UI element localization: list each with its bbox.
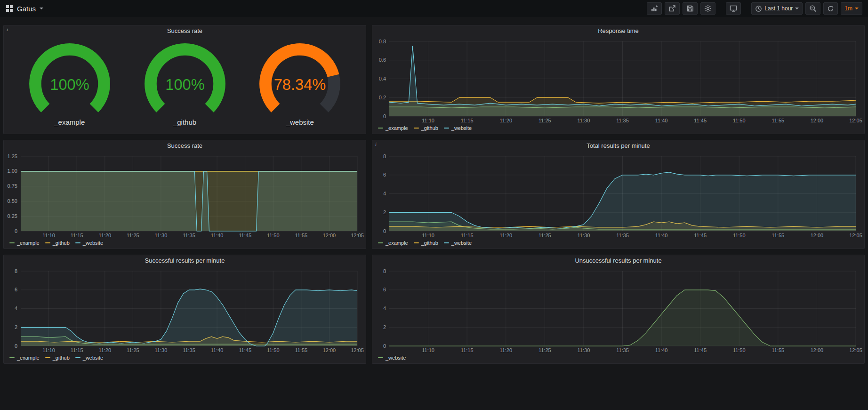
legend-item-_github[interactable]: _github [45, 355, 70, 361]
legend-series-color-icon [444, 242, 449, 243]
x-axis-tick-label: 11:25 [538, 118, 551, 123]
y-axis-tick-label: 0 [15, 343, 17, 349]
save-button[interactable] [683, 2, 698, 15]
panel-title[interactable]: Total results per minute [372, 140, 864, 152]
legend-series-label: _website [386, 355, 406, 361]
panel-body: 00.250.500.751.001.2511:1011:1511:2011:2… [4, 152, 366, 239]
x-axis-tick-label: 11:55 [295, 347, 307, 353]
x-axis-tick-label: 11:30 [578, 118, 590, 123]
save-icon [686, 5, 694, 12]
chevron-down-icon [40, 8, 43, 9]
refresh-interval-picker[interactable]: 1m [841, 2, 862, 15]
panel-legend: _example_github_website [372, 239, 864, 249]
legend-item-_website[interactable]: _website [378, 355, 406, 361]
legend-series-color-icon [9, 357, 15, 358]
chart-canvas[interactable]: 00.250.500.751.001.2511:1011:1511:2011:2… [4, 152, 366, 239]
series-area-_website [21, 289, 357, 346]
legend-item-_example[interactable]: _example [378, 125, 408, 131]
x-axis-tick-label: 11:25 [538, 233, 551, 238]
legend-item-_github[interactable]: _github [414, 240, 438, 246]
x-axis-tick-label: 11:25 [538, 347, 551, 353]
panel-title[interactable]: Success rate [4, 140, 366, 152]
panel-successful-results: Successful results per minute 0246811:10… [3, 255, 366, 364]
legend-series-label: _website [451, 125, 472, 131]
settings-button[interactable] [700, 2, 715, 15]
x-axis-tick-label: 11:15 [461, 233, 474, 238]
gauge-title: _website [286, 118, 314, 126]
zoom-out-button[interactable] [805, 2, 820, 15]
x-axis-tick-label: 11:15 [71, 347, 83, 353]
legend-series-label: _github [421, 240, 438, 246]
panel-info-icon[interactable]: i [4, 25, 11, 33]
y-axis-tick-label: 8 [383, 268, 386, 274]
legend-series-color-icon [414, 242, 419, 243]
x-axis-tick-label: 11:40 [211, 347, 224, 353]
legend-item-_example[interactable]: _example [9, 240, 40, 246]
x-axis-tick-label: 12:05 [351, 347, 364, 353]
gauge-title: _github [173, 118, 196, 126]
legend-item-_website[interactable]: _website [75, 355, 103, 361]
panel-info-icon[interactable]: i [372, 140, 379, 148]
series-area-_website [389, 172, 856, 231]
gauge-_website: 78.34%_website [247, 43, 353, 126]
x-axis-tick-label: 11:35 [616, 347, 629, 353]
legend-item-_example[interactable]: _example [378, 240, 408, 246]
chart-canvas[interactable]: 00.20.40.60.811:1011:1511:2011:2511:3011… [372, 37, 864, 124]
x-axis-tick-label: 11:30 [578, 347, 590, 353]
legend-item-_website[interactable]: _website [75, 240, 103, 246]
panel-title[interactable]: Unsuccessful results per minute [372, 255, 864, 266]
gauge-value: 100% [50, 76, 89, 93]
refresh-button[interactable] [823, 2, 838, 15]
legend-series-label: _example [17, 240, 40, 246]
chart-canvas[interactable]: 0246811:1011:1511:2011:2511:3011:3511:40… [372, 152, 864, 239]
legend-item-_example[interactable]: _example [9, 355, 40, 361]
gauge-title: _example [54, 118, 85, 126]
dashboards-grid-icon[interactable] [6, 5, 13, 12]
legend-series-label: _github [421, 125, 438, 131]
share-button[interactable] [665, 2, 680, 15]
gauge-arc: 78.34% [247, 43, 353, 117]
chart-canvas[interactable]: 0246811:1011:1511:2011:2511:3011:3511:40… [4, 266, 366, 354]
legend-item-_website[interactable]: _website [444, 240, 472, 246]
cycle-view-button[interactable] [726, 2, 741, 15]
bar-chart-plus-icon [651, 5, 658, 12]
time-range-picker[interactable]: Last 1 hour [751, 2, 803, 15]
panel-success-rate-gauges: Success rate 100%_example100%_github78.3… [3, 25, 366, 134]
dashboard-title[interactable]: Gatus [17, 5, 36, 13]
x-axis-tick-label: 11:20 [98, 233, 111, 238]
zoom-out-icon [809, 5, 817, 12]
add-panel-button[interactable] [647, 2, 662, 15]
dashboard-grid: Success rate 100%_example100%_github78.3… [0, 17, 868, 364]
x-axis-tick-label: 11:50 [733, 118, 746, 123]
x-axis-tick-label: 11:10 [422, 118, 434, 123]
x-axis-tick-label: 11:55 [772, 118, 784, 123]
gauge-_github: 100%_github [132, 43, 238, 126]
gauge-value: 100% [165, 76, 204, 93]
panel-unsuccessful-results: Unsuccessful results per minute 0246811:… [372, 255, 865, 364]
panel-success-rate-timeseries: Success rate 00.250.500.751.001.2511:101… [3, 140, 366, 249]
x-axis-tick-label: 11:15 [71, 233, 83, 238]
legend-item-_github[interactable]: _github [414, 125, 438, 131]
panel-title[interactable]: Success rate [4, 25, 366, 37]
legend-item-_github[interactable]: _github [45, 240, 70, 246]
refresh-icon [827, 5, 834, 12]
panel-body: 00.20.40.60.811:1011:1511:2011:2511:3011… [372, 37, 864, 124]
x-axis-tick-label: 12:00 [811, 233, 824, 238]
legend-series-color-icon [378, 242, 383, 243]
x-axis-tick-label: 12:00 [323, 347, 336, 353]
panel-body: 0246811:1011:1511:2011:2511:3011:3511:40… [4, 266, 366, 354]
panel-body: 0246811:1011:1511:2011:2511:3011:3511:40… [372, 152, 864, 239]
x-axis-tick-label: 11:40 [655, 118, 668, 123]
y-axis-tick-label: 0 [383, 343, 386, 349]
legend-series-label: _example [386, 125, 408, 131]
panel-title[interactable]: Successful results per minute [4, 255, 366, 266]
gauge-value: 78.34% [274, 76, 326, 93]
panel-legend: _example_github_website [4, 354, 366, 363]
panel-title[interactable]: Response time [372, 25, 864, 37]
legend-item-_website[interactable]: _website [444, 125, 472, 131]
x-axis-tick-label: 11:45 [694, 118, 707, 123]
chart-canvas[interactable]: 0246811:1011:1511:2011:2511:3011:3511:40… [372, 266, 864, 354]
x-axis-tick-label: 11:20 [499, 347, 512, 353]
navbar: Gatus [0, 0, 868, 17]
chevron-down-icon [855, 8, 859, 9]
